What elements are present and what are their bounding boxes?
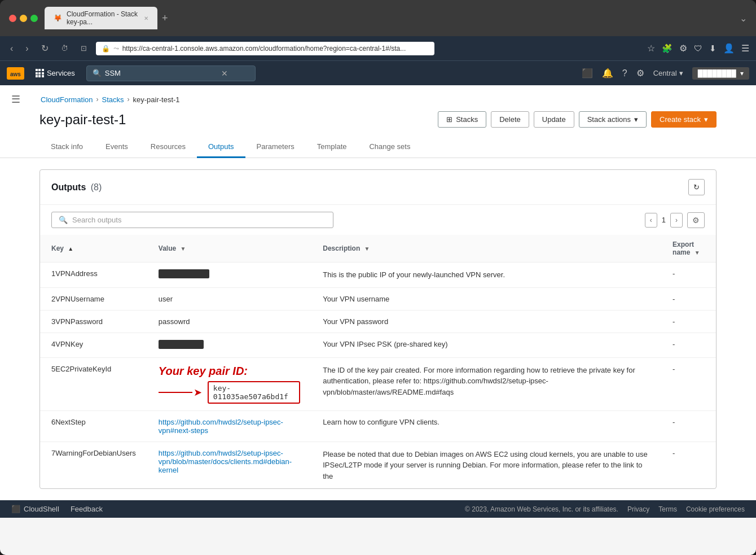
maximize-button[interactable] [30, 15, 38, 22]
table-row: 1VPNAddress This is the public IP of you… [40, 263, 716, 288]
stacks-icon: ⊞ [446, 115, 452, 124]
outputs-count: (8) [91, 182, 102, 192]
breadcrumb-sep-1: › [96, 95, 99, 103]
address-text: https://ca-central-1.console.aws.amazon.… [122, 45, 429, 53]
minimize-button[interactable] [20, 15, 27, 22]
region-selector[interactable]: Central ▾ [653, 69, 683, 77]
close-button[interactable] [9, 15, 16, 22]
redacted-value-vpnkey [159, 340, 204, 349]
breadcrumb-cloudformation[interactable]: CloudFormation [41, 95, 93, 104]
support-icon[interactable]: ? [622, 68, 627, 78]
breadcrumb-stacks[interactable]: Stacks [102, 95, 124, 104]
cell-export-name: - [661, 310, 716, 333]
active-tab[interactable]: 🦊 CloudFormation - Stack key-pa... ✕ [45, 7, 157, 29]
tab-stack-info[interactable]: Stack info [39, 137, 94, 158]
next-step-link[interactable]: https://github.com/hwdsl2/setup-ipsec-vp… [159, 418, 300, 435]
terms-link[interactable]: Terms [658, 505, 677, 513]
tab-outputs[interactable]: Outputs [197, 137, 245, 158]
cell-description-keypair: The ID of the key pair created. For more… [311, 357, 661, 410]
cell-key: 3VPNPassword [40, 310, 147, 333]
header-actions: ⊞ Stacks Delete Update Stack actions ▾ C [438, 111, 717, 128]
cell-export-name: - [661, 333, 716, 357]
privacy-link[interactable]: Privacy [627, 505, 649, 513]
cell-value-keypair: Your key pair ID: ➤ key-011035ae507a6bd1… [147, 357, 311, 410]
forward-button[interactable]: › [22, 41, 32, 56]
cell-value [147, 263, 311, 288]
outputs-table: Key ▲ Value ▼ Description ▼ [40, 235, 716, 488]
col-description[interactable]: Description ▼ [311, 235, 661, 263]
address-bar[interactable]: 🔒 ⤳ https://ca-central-1.console.aws.ama… [96, 42, 434, 55]
tab-change-sets[interactable]: Change sets [358, 137, 421, 158]
redacted-value [159, 269, 209, 278]
sidebar-toggle-icon[interactable]: ☰ [0, 93, 32, 106]
topbar-right: ⬛ 🔔 ? ⚙ Central ▾ ████████ ▾ [582, 67, 749, 80]
cell-value-debian: https://github.com/hwdsl2/setup-ipsec-vp… [147, 442, 311, 488]
refresh-button[interactable]: ↻ [688, 179, 705, 195]
notifications-icon[interactable]: 🔔 [602, 68, 613, 78]
panel-title: Outputs (8) [51, 182, 102, 193]
annotation-text: Your key pair ID: [159, 365, 248, 378]
shield-icon[interactable]: 🛡 [694, 43, 702, 53]
settings-icon[interactable]: ⚙ [679, 43, 687, 54]
tab-parameters[interactable]: Parameters [245, 137, 306, 158]
cloudshell-button[interactable]: ⬛ CloudShell [11, 505, 59, 513]
reader-button[interactable]: ⊡ [77, 42, 90, 55]
services-label: Services [47, 69, 75, 77]
browser-window: 🦊 CloudFormation - Stack key-pa... ✕ + ⌄… [0, 0, 756, 555]
search-input[interactable] [72, 216, 326, 224]
cell-key: 1VPNAddress [40, 263, 147, 288]
tab-template[interactable]: Template [306, 137, 358, 158]
update-button[interactable]: Update [534, 111, 574, 128]
table-settings-button[interactable]: ⚙ [687, 212, 705, 228]
prev-page-button[interactable]: ‹ [645, 213, 657, 228]
cell-export-name-nextstep: - [661, 410, 716, 442]
download-icon[interactable]: ⬇ [709, 43, 717, 54]
search-clear-icon[interactable]: ✕ [221, 69, 228, 78]
history-button[interactable]: ⏱ [58, 42, 72, 55]
settings-topbar-icon[interactable]: ⚙ [636, 68, 644, 78]
new-tab-button[interactable]: + [162, 12, 168, 24]
stack-actions-button[interactable]: Stack actions ▾ [579, 111, 647, 128]
back-button[interactable]: ‹ [7, 41, 16, 56]
col-value[interactable]: Value ▼ [147, 235, 311, 263]
cloudshell-topbar-icon[interactable]: ⬛ [582, 68, 593, 78]
services-button[interactable]: Services [31, 69, 80, 77]
col-key[interactable]: Key ▲ [40, 235, 147, 263]
debian-warning-link[interactable]: https://github.com/hwdsl2/setup-ipsec-vp… [159, 449, 300, 474]
filter-icon-desc: ▼ [364, 246, 370, 252]
user-badge[interactable]: ████████ ▾ [692, 67, 749, 80]
delete-button[interactable]: Delete [491, 111, 529, 128]
copyright-text: © 2023, Amazon Web Services, Inc. or its… [465, 505, 618, 513]
next-page-button[interactable]: › [670, 213, 683, 228]
stacks-button[interactable]: ⊞ Stacks [438, 111, 486, 128]
create-stack-button[interactable]: Create stack ▾ [651, 111, 717, 128]
col-export-name[interactable]: Export name ▼ [661, 235, 716, 263]
footer-right: © 2023, Amazon Web Services, Inc. or its… [465, 505, 745, 513]
feedback-button[interactable]: Feedback [71, 505, 103, 513]
breadcrumb-sep-2: › [128, 95, 130, 103]
aws-search-bar[interactable]: 🔍 ✕ [86, 65, 256, 81]
cell-export-name-keypair: - [661, 357, 716, 410]
tab-close-icon[interactable]: ✕ [144, 15, 148, 21]
tab-events[interactable]: Events [94, 137, 139, 158]
pagination: ‹ 1 › ⚙ [645, 212, 705, 228]
extensions-icon[interactable]: 🧩 [662, 43, 673, 54]
window-collapse-icon[interactable]: ⌄ [740, 13, 747, 24]
outputs-search[interactable]: 🔍 [51, 212, 333, 228]
refresh-button[interactable]: ↻ [38, 41, 52, 56]
profile-icon[interactable]: 👤 [723, 43, 735, 54]
page-number: 1 [662, 216, 666, 224]
table-row: 2VPNUsername user Your VPN username - [40, 287, 716, 310]
tab-resources[interactable]: Resources [139, 137, 197, 158]
cloudshell-icon: ⬛ [11, 505, 20, 513]
tab-title: CloudFormation - Stack key-pa... [67, 10, 139, 26]
aws-search-input[interactable] [105, 69, 218, 77]
key-pair-annotation: Your key pair ID: ➤ key-011035ae507a6bd1… [159, 365, 300, 404]
main-content: ☰ CloudFormation › Stacks › key-pair-tes… [0, 85, 756, 555]
menu-icon[interactable]: ☰ [741, 43, 749, 54]
bookmark-icon[interactable]: ☆ [647, 43, 655, 54]
search-icon: 🔍 [93, 69, 102, 77]
cookie-preferences-link[interactable]: Cookie preferences [686, 505, 745, 513]
arrow-icon: ➤ [159, 386, 202, 399]
cell-export-name: - [661, 287, 716, 310]
